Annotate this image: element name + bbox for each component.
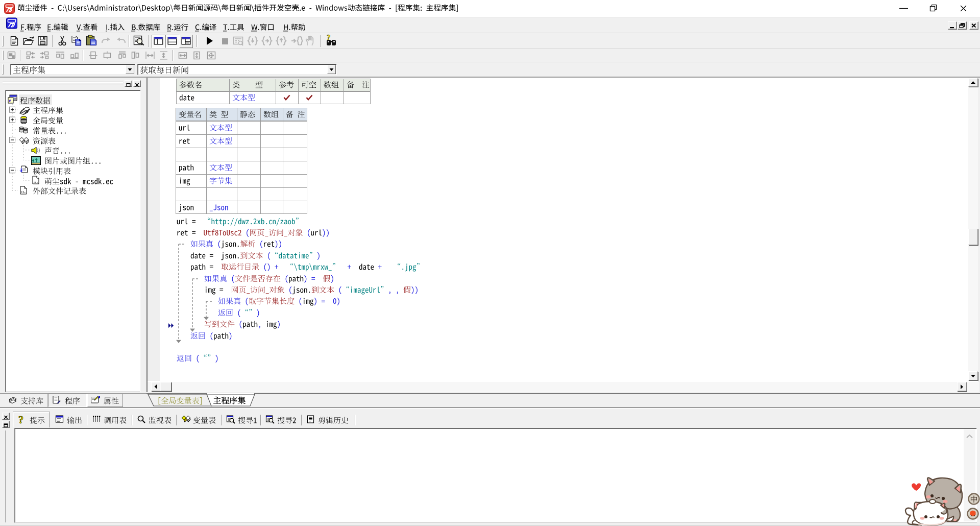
svg-text:e: e	[9, 98, 11, 103]
svg-text:?: ?	[18, 415, 23, 425]
